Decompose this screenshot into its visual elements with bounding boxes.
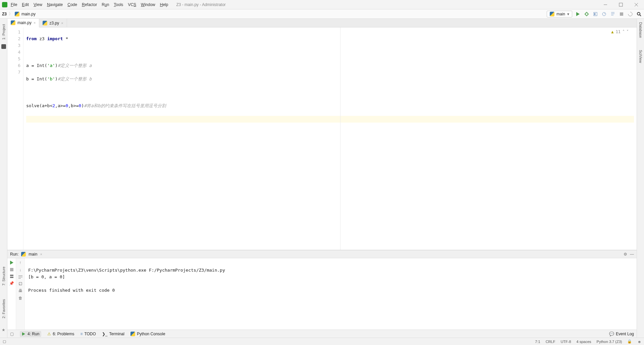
menu-help[interactable]: Help [160,2,168,7]
wrap-icon[interactable] [18,275,23,279]
python-icon [550,12,554,16]
lock-icon[interactable]: 🔒 [627,339,632,344]
python-icon [11,20,15,25]
scroll-icon[interactable] [18,282,22,286]
code-token: from [26,36,37,41]
update-running-button[interactable] [627,11,633,17]
attach-button[interactable] [610,11,616,17]
tab-label: TODO [84,332,96,336]
maximize-button[interactable] [613,0,629,9]
menu-vcs[interactable]: VCS [128,2,136,7]
toolwindow-project[interactable]: 1: Project [2,23,6,41]
coverage-button[interactable] [592,11,598,17]
close-button[interactable] [629,0,644,9]
code-token: 2 [52,103,55,108]
stop-button[interactable] [10,268,14,272]
toolwindow-database[interactable]: Database [639,21,643,39]
toolwindow-favorites[interactable]: 2: Favorites [2,298,6,320]
run-title: Run: [10,252,18,257]
breadcrumb-file[interactable]: main.py [21,12,36,16]
tab-python-console[interactable]: Python Console [130,332,165,336]
trash-icon[interactable]: 🗑 [18,296,22,300]
toolwindow-sciview[interactable]: SciView [639,49,643,64]
menu-code[interactable]: Code [67,2,77,7]
status-encoding[interactable]: UTF-8 [560,340,571,344]
chevron-up-icon[interactable]: ˄ [623,29,625,34]
svg-rect-19 [10,275,13,276]
status-eol[interactable]: CRLF [546,340,555,344]
python-icon [130,332,135,336]
code-token: z3 [39,36,45,41]
status-indent[interactable]: 4 spaces [577,340,591,344]
gutter: 1 2 3 4 5 6 7 [7,27,23,250]
run-config-selector[interactable]: main ▾ [547,11,572,17]
gear-icon[interactable]: ⚙ [624,252,627,257]
tab-z3-py[interactable]: z3.py × [39,19,67,27]
search-everywhere-button[interactable] [636,11,642,17]
minimize-icon[interactable]: — [630,252,634,257]
collapse-icon[interactable]: ▢ [10,332,14,336]
tab-event-log[interactable]: 💬 Event Log [609,332,634,336]
left-tool-strip: 1: Project 7: Structure 2: Favorites ★ [0,19,7,338]
tab-todo[interactable]: ≡ TODO [80,332,96,336]
toolwindow-toggle-icon[interactable]: ▢ [3,339,6,344]
menu-tools[interactable]: Tools [114,2,123,7]
run-side-toolbar: 📌 [7,258,16,330]
pin-button[interactable]: 📌 [9,281,14,286]
minimize-button[interactable] [598,0,613,9]
menu-refactor[interactable]: Refactor [82,2,97,7]
tab-run[interactable]: 4: Run [20,331,41,337]
editor-tabs: main.py × z3.py × [7,19,637,27]
menu-view[interactable]: View [34,2,42,7]
code-token: import [47,36,63,41]
breadcrumb-project[interactable]: Z3 [2,12,7,16]
up-icon[interactable]: ↑ [19,260,21,265]
status-position[interactable]: 7:1 [535,340,540,344]
menu-run[interactable]: Run [102,2,109,7]
code-token: ,a>= [55,103,65,108]
rerun-button[interactable] [9,260,14,265]
python-icon [15,12,19,16]
menu-navigate[interactable]: Navigate [47,2,63,7]
tab-terminal[interactable]: ❯_ Terminal [102,332,124,336]
close-icon[interactable]: × [40,252,42,256]
menu-file[interactable]: File [11,2,17,7]
code-token: ,b>= [68,103,78,108]
tab-problems[interactable]: ⚠ 6: Problems [47,332,74,336]
line-number: 1 [7,29,20,36]
chevron-down-icon[interactable]: ˅ [627,29,629,34]
run-button[interactable] [575,11,581,17]
run-config-tab[interactable]: main [29,252,37,257]
editor[interactable]: 1 2 3 4 5 6 7 from z3 import * a = Int('… [7,27,637,250]
tab-label: Terminal [109,332,124,336]
toolwindow-structure[interactable]: 7: Structure [2,265,6,287]
stop-button[interactable] [619,11,625,17]
layout-button[interactable] [10,274,14,278]
tab-label: main.py [17,20,32,25]
status-interpreter[interactable]: Python 3.7 (Z3) [597,340,622,344]
debug-button[interactable] [584,11,590,17]
chevron-down-icon: ▾ [567,12,569,16]
menu-window[interactable]: Window [141,2,155,7]
tab-main-py[interactable]: main.py × [7,19,39,27]
right-margin-ruler [340,27,340,250]
tab-label: Event Log [616,332,634,336]
svg-rect-1 [619,3,623,6]
menu-bar: File Edit View Navigate Code Refactor Ru… [11,2,168,7]
print-icon[interactable]: 🖶 [18,288,22,293]
svg-marker-4 [576,12,580,16]
close-icon[interactable]: × [61,21,63,25]
down-icon[interactable]: ↓ [19,268,21,272]
project-icon[interactable] [1,44,6,49]
menu-edit[interactable]: Edit [22,2,29,7]
svg-point-15 [637,12,640,15]
inspector-icon[interactable]: ☻ [637,340,641,344]
code-token: ) [55,76,58,81]
run-header: Run: main × ⚙ — [7,250,637,258]
right-tool-strip: Database SciView [637,19,644,338]
profile-button[interactable] [601,11,607,17]
code-area[interactable]: from z3 import * a = Int('a')#定义一个整形 a b… [23,27,637,250]
close-icon[interactable]: × [34,21,36,25]
console-output[interactable]: F:\PycharmProjects\Z3\venv\Scripts\pytho… [25,258,637,330]
inspection-widget[interactable]: ▲ 11 ˄ ˅ [611,29,629,34]
